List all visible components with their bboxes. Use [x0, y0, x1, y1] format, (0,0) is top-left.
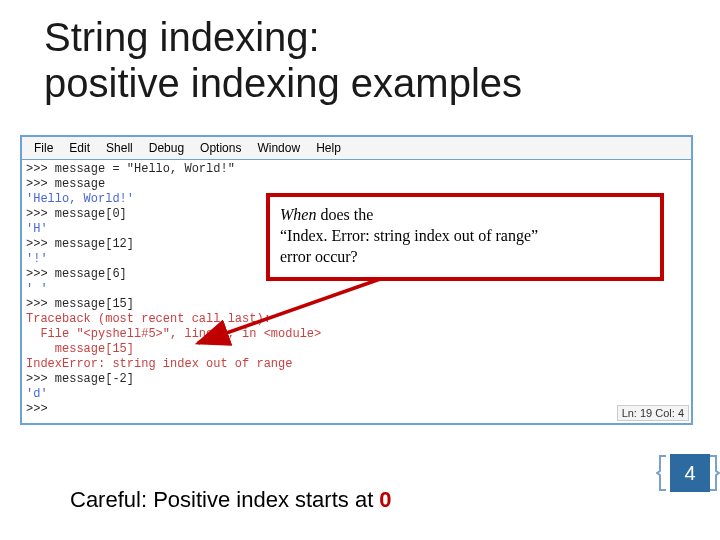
shell-line: File "<pyshell#5>", line 1, in <module>	[26, 327, 321, 341]
footer-caption: Careful: Positive index starts at 0	[70, 487, 392, 513]
title-line-1: String indexing:	[44, 15, 320, 59]
shell-line: '!'	[26, 252, 48, 266]
shell-line: >>> message[0]	[26, 207, 127, 221]
shell-line: >>> message[15]	[26, 297, 134, 311]
menu-help[interactable]: Help	[308, 139, 349, 157]
title-line-2: positive indexing examples	[44, 61, 522, 105]
menu-file[interactable]: File	[26, 139, 61, 157]
shell-line: 'd'	[26, 387, 48, 401]
footer-zero: 0	[379, 487, 391, 512]
shell-line: >>> message[-2]	[26, 372, 134, 386]
shell-line: >>> message[12]	[26, 237, 134, 251]
menu-debug[interactable]: Debug	[141, 139, 192, 157]
shell-line: >>>	[26, 402, 55, 416]
page-number: 4	[670, 454, 710, 492]
slide-title: String indexing: positive indexing examp…	[0, 0, 720, 114]
menu-options[interactable]: Options	[192, 139, 249, 157]
shell-statusbar: Ln: 19 Col: 4	[617, 405, 689, 421]
callout-box: When does the “Index. Error: string inde…	[266, 193, 664, 281]
page-bracket-left-icon	[656, 454, 668, 492]
shell-line: >>> message = "Hello, World!"	[26, 162, 235, 176]
callout-line-1: When does the	[280, 205, 650, 226]
shell-line: >>> message[6]	[26, 267, 127, 281]
footer-text: Careful: Positive index starts at	[70, 487, 379, 512]
callout-does-the: does the	[320, 206, 373, 223]
shell-line: 'Hello, World!'	[26, 192, 134, 206]
shell-menubar: File Edit Shell Debug Options Window Hel…	[22, 137, 691, 160]
menu-window[interactable]: Window	[249, 139, 308, 157]
menu-edit[interactable]: Edit	[61, 139, 98, 157]
shell-line: IndexError: string index out of range	[26, 357, 292, 371]
page-bracket-right-icon	[708, 454, 720, 492]
shell-line: message[15]	[26, 342, 134, 356]
callout-when: When	[280, 206, 320, 223]
callout-line-3: error occur?	[280, 247, 650, 268]
shell-line: 'H'	[26, 222, 48, 236]
callout-line-2: “Index. Error: string index out of range…	[280, 226, 650, 247]
shell-line: Traceback (most recent call last):	[26, 312, 271, 326]
shell-line: ' '	[26, 282, 48, 296]
shell-line: >>> message	[26, 177, 105, 191]
menu-shell[interactable]: Shell	[98, 139, 141, 157]
